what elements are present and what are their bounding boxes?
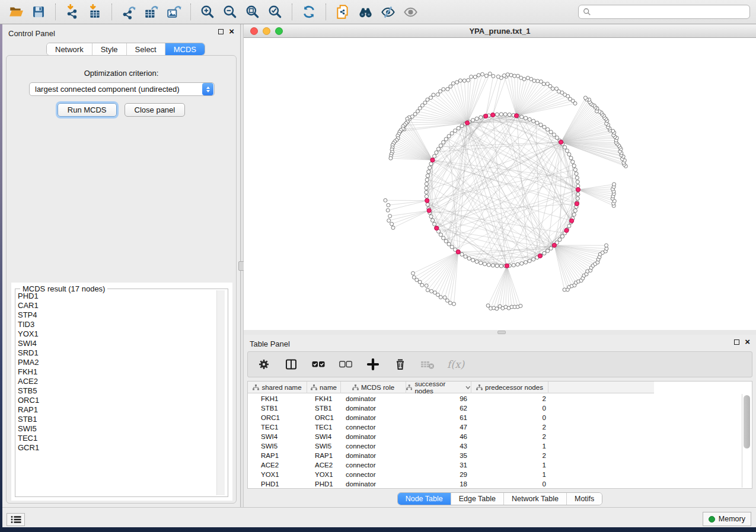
show-all-button[interactable]: [400, 2, 420, 21]
table-cell: dominator: [341, 452, 406, 459]
mcds-result-item[interactable]: ACE2: [17, 377, 217, 386]
hide-selected-button[interactable]: [378, 2, 398, 21]
open-file-button[interactable]: [6, 2, 26, 21]
zoom-selected-button[interactable]: [265, 2, 285, 21]
column-header-MCDS-role[interactable]: MCDS role: [341, 382, 406, 393]
select-all-rows-icon[interactable]: [311, 357, 326, 372]
zoom-fit-icon: [245, 4, 260, 20]
search-input[interactable]: [594, 8, 745, 16]
table-cell: 2: [471, 433, 548, 440]
mcds-result-item[interactable]: GCR1: [17, 443, 217, 453]
run-mcds-button[interactable]: Run MCDS: [58, 103, 117, 117]
float-panel-icon[interactable]: [218, 29, 224, 34]
import-table-button[interactable]: [85, 2, 105, 21]
toolbar-separator: [326, 4, 326, 20]
export-table-button[interactable]: [141, 2, 161, 21]
delete-column-icon[interactable]: [393, 357, 408, 372]
column-header-shared-name[interactable]: shared name: [248, 382, 307, 393]
table-cell: dominator: [341, 414, 406, 421]
mcds-result-item[interactable]: STP4: [17, 310, 217, 320]
criterion-dropdown[interactable]: largest connected component (undirected): [29, 82, 215, 96]
mcds-result-item[interactable]: TEC1: [17, 434, 217, 443]
column-header-predecessor-nodes[interactable]: predecessor nodes: [471, 382, 548, 393]
tab-network[interactable]: Network: [47, 43, 92, 55]
mcds-result-item[interactable]: RAP1: [17, 405, 217, 415]
mcds-result-item[interactable]: SRD1: [17, 348, 217, 358]
table-cell: STB1: [307, 405, 341, 412]
zoom-in-button[interactable]: [197, 2, 218, 21]
tab-network-table[interactable]: Network Table: [504, 493, 567, 505]
mcds-result-item[interactable]: SWI5: [17, 424, 217, 434]
table-row[interactable]: YOX1YOX1connector291: [248, 470, 744, 479]
export-image-button[interactable]: [164, 2, 184, 21]
zoom-out-button[interactable]: [220, 2, 240, 21]
tab-style[interactable]: Style: [92, 43, 127, 55]
mcds-result-item[interactable]: TID3: [17, 320, 217, 329]
close-panel-icon[interactable]: ×: [745, 339, 750, 345]
deselect-all-rows-icon[interactable]: [338, 357, 353, 372]
eye-icon: [403, 4, 419, 20]
table-row[interactable]: PHD1PHD1dominator180: [248, 479, 744, 489]
table-row[interactable]: RAP1RAP1dominator352: [248, 451, 744, 460]
column-layout-icon[interactable]: [283, 357, 299, 372]
import-network-button[interactable]: [62, 2, 82, 21]
node-table: shared namenameMCDS rolesuccessor nodesp…: [247, 381, 752, 489]
table-cell: connector: [341, 443, 406, 450]
table-tabs: Node Table Edge Table Network Table Moti…: [397, 492, 603, 505]
horizontal-splitter[interactable]: [244, 330, 756, 335]
table-scrollbar[interactable]: [742, 394, 751, 488]
clone-network-button[interactable]: [333, 2, 353, 21]
export-image-icon: [166, 4, 181, 20]
column-header-name[interactable]: name: [307, 382, 341, 393]
mcds-result-item[interactable]: STB1: [17, 415, 217, 424]
table-row[interactable]: ACE2ACE2connector311: [248, 460, 744, 470]
settings-gear-icon[interactable]: [256, 357, 272, 372]
refresh-layout-button[interactable]: [299, 2, 319, 21]
network-canvas[interactable]: [244, 38, 756, 330]
table-row[interactable]: TEC1TEC1connector472: [248, 422, 744, 432]
splitter-grip[interactable]: [497, 331, 506, 334]
table-row[interactable]: SWI5SWI5connector431: [248, 441, 744, 451]
table-row[interactable]: ORC1ORC1dominator610: [248, 413, 744, 422]
mcds-result-item[interactable]: YOX1: [17, 329, 217, 339]
table-cell: dominator: [341, 480, 406, 488]
tab-mcds[interactable]: MCDS: [165, 43, 205, 55]
task-history-button[interactable]: [7, 513, 25, 526]
mcds-result-item[interactable]: PMA2: [17, 358, 217, 367]
destroy-table-icon[interactable]: [420, 357, 435, 372]
tab-motifs[interactable]: Motifs: [567, 493, 602, 505]
memory-button[interactable]: Memory: [703, 512, 751, 526]
function-builder-icon[interactable]: f(x): [447, 358, 464, 370]
mcds-result-item[interactable]: CAR1: [17, 301, 217, 310]
table-cell: FKH1: [248, 395, 307, 402]
table-cell: TEC1: [307, 424, 341, 431]
mcds-list-scrollbar[interactable]: [216, 290, 225, 495]
tab-edge-table[interactable]: Edge Table: [451, 493, 504, 505]
float-panel-icon[interactable]: [734, 339, 739, 345]
save-session-button[interactable]: [28, 2, 49, 21]
table-rows: FKH1FKH1dominator962STB1STB1dominator620…: [248, 394, 744, 489]
export-network-button[interactable]: [119, 2, 139, 21]
mcds-result-item[interactable]: ORC1: [17, 396, 217, 405]
network-graph[interactable]: [244, 38, 756, 330]
first-neighbors-button[interactable]: [355, 2, 375, 21]
close-panel-icon[interactable]: ×: [229, 28, 234, 34]
close-panel-button[interactable]: Close panel: [125, 103, 186, 117]
table-row[interactable]: STB1STB1dominator620: [248, 403, 744, 413]
tab-node-table[interactable]: Node Table: [398, 493, 451, 505]
export-network-icon: [121, 4, 136, 20]
mcds-result-item[interactable]: SWI4: [17, 339, 217, 348]
mcds-result-item[interactable]: STB5: [17, 386, 217, 396]
scrollbar-thumb[interactable]: [744, 395, 750, 448]
table-panel: Table Panel ×: [244, 335, 756, 507]
table-row[interactable]: SWI4SWI4dominator462: [248, 432, 744, 441]
table-row[interactable]: FKH1FKH1dominator962: [248, 394, 744, 403]
tab-select[interactable]: Select: [127, 43, 165, 55]
table-toolbar: f(x): [247, 351, 752, 377]
mcds-result-item[interactable]: PHD1: [17, 291, 217, 301]
add-column-icon[interactable]: [365, 357, 381, 372]
search-box[interactable]: [578, 5, 750, 19]
mcds-result-item[interactable]: FKH1: [17, 367, 217, 377]
column-header-successor-nodes[interactable]: successor nodes: [406, 382, 471, 393]
zoom-fit-button[interactable]: [243, 2, 263, 21]
